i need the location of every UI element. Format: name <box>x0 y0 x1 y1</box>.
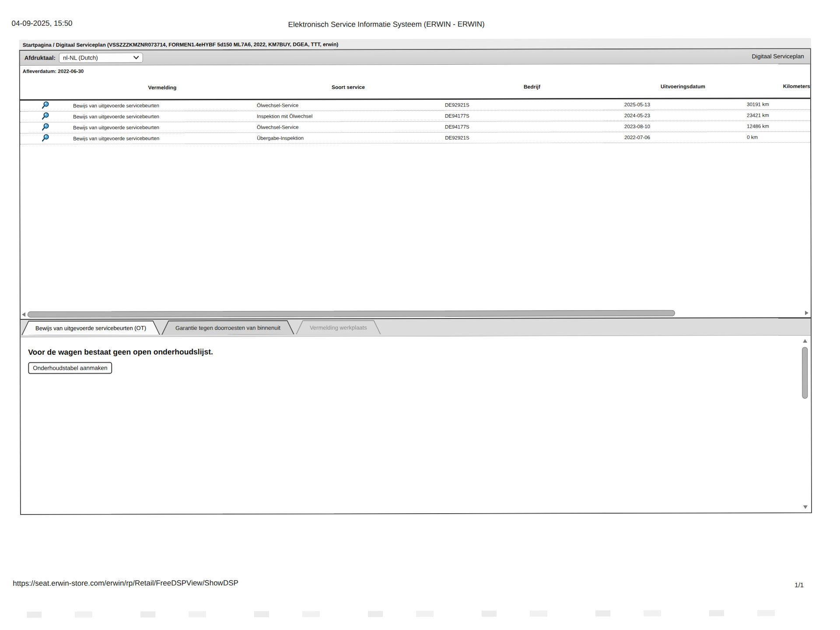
scroll-up-icon[interactable] <box>803 339 807 343</box>
tab-label: Garantie tegen doorroesten van binnenuit <box>162 321 294 335</box>
cell-bedrijf: DE94177S <box>442 113 622 119</box>
row-detail-button[interactable] <box>40 101 50 111</box>
print-language-select[interactable]: nl-NL (Dutch) <box>59 52 143 63</box>
print-language-value: nl-NL (Dutch) <box>63 54 133 61</box>
page-number: 1/1 <box>794 581 804 588</box>
cell-kilometerstand: 0 km <box>744 134 812 140</box>
cell-soort-service: Ölwechsel-Service <box>254 102 442 108</box>
no-open-maintenance-message: Voor de wagen bestaat geen open onderhou… <box>28 346 793 357</box>
cell-bedrijf: DE94177S <box>442 124 622 130</box>
column-header-bedrijf: Bedrijf <box>442 84 622 90</box>
tab-vermelding-werkplaats: Vermelding werkplaats <box>296 320 381 334</box>
column-header-kilometerstand: Kilometerstand <box>744 83 812 90</box>
cell-kilometerstand: 12486 km <box>744 123 812 129</box>
horizontal-scrollbar[interactable] <box>21 309 811 319</box>
delivery-date-row: Afleverdatum: 2022-06-30 <box>20 64 810 77</box>
cell-vermelding: Bewijs van uitgevoerde servicebeurten <box>70 103 254 108</box>
scroll-down-icon[interactable] <box>803 505 808 509</box>
print-timestamp: 04-09-2025, 15:50 <box>12 19 73 28</box>
tab-bewijs-servicebeurten[interactable]: Bewijs van uitgevoerde servicebeurten (O… <box>21 320 160 335</box>
table-row: Bewijs van uitgevoerde servicebeurten Öl… <box>20 121 812 133</box>
row-detail-button[interactable] <box>41 134 50 144</box>
delivery-date-label: Afleverdatum: 2022-06-30 <box>23 68 84 74</box>
printed-page: 04-09-2025, 15:50 Elektronisch Service I… <box>0 0 840 630</box>
vertical-scrollbar[interactable] <box>801 337 809 510</box>
horizontal-scrollbar-thumb[interactable] <box>28 310 675 318</box>
tab-garantie-doorroesten[interactable]: Garantie tegen doorroesten van binnenuit <box>161 320 294 335</box>
table-row: Bewijs van uitgevoerde servicebeurten Üb… <box>20 132 812 144</box>
table-empty-area <box>20 143 811 311</box>
serviceplan-panel: Afdruktaal: nl-NL (Dutch) Digitaal Servi… <box>19 48 812 515</box>
cell-vermelding: Bewijs van uitgevoerde servicebeurten <box>70 114 254 119</box>
cell-uitvoeringsdatum: 2025-05-13 <box>622 102 744 107</box>
scroll-right-icon[interactable] <box>805 311 808 315</box>
panel-title: Digitaal Serviceplan <box>752 53 805 60</box>
cell-kilometerstand: 30191 km <box>744 102 812 107</box>
breadcrumb-text: Startpagina / Digitaal Serviceplan (VSSZ… <box>23 41 339 48</box>
column-header-soort-service: Soort service <box>254 84 442 91</box>
magnifier-icon <box>41 101 49 111</box>
scan-artifact-strip <box>27 610 814 618</box>
magnifier-icon <box>41 123 49 133</box>
cell-kilometerstand: 23421 km <box>744 112 812 118</box>
cell-bedrijf: DE92921S <box>442 102 622 108</box>
table-header-row: Vermelding Soort service Bedrijf Uitvoer… <box>20 75 812 101</box>
cell-uitvoeringsdatum: 2022-07-06 <box>622 134 744 140</box>
tab-strip: Bewijs van uitgevoerde servicebeurten (O… <box>21 317 811 337</box>
print-footer-url: https://seat.erwin-store.com/erwin/rp/Re… <box>13 579 238 588</box>
cell-soort-service: Inspektion mit Ölwechsel <box>254 113 442 119</box>
cell-vermelding: Bewijs van uitgevoerde servicebeurten <box>70 125 254 130</box>
row-detail-button[interactable] <box>41 112 50 122</box>
print-language-label: Afdruktaal: <box>24 55 56 61</box>
toolbar: Afdruktaal: nl-NL (Dutch) Digitaal Servi… <box>20 49 810 66</box>
page-title: Elektronisch Service Informatie Systeem … <box>288 20 485 29</box>
cell-vermelding: Bewijs van uitgevoerde servicebeurten <box>70 136 254 141</box>
cell-bedrijf: DE92921S <box>442 135 622 140</box>
cell-soort-service: Übergabe-Inspektion <box>254 135 442 141</box>
magnifier-icon <box>41 112 49 122</box>
column-header-vermelding: Vermelding <box>70 84 254 91</box>
maintenance-pane: Voor de wagen bestaat geen open onderhou… <box>21 336 811 514</box>
scroll-left-icon[interactable] <box>22 312 25 317</box>
table-row: Bewijs van uitgevoerde servicebeurten In… <box>20 110 812 122</box>
create-maintenance-table-button[interactable]: Onderhoudstabel aanmaken <box>28 362 112 374</box>
row-detail-button[interactable] <box>41 123 50 133</box>
chevron-down-icon <box>133 54 139 61</box>
cell-uitvoeringsdatum: 2024-05-23 <box>622 112 744 118</box>
column-header-uitvoeringsdatum: Uitvoeringsdatum <box>622 83 744 90</box>
cell-uitvoeringsdatum: 2023-08-10 <box>622 123 744 129</box>
vertical-scrollbar-thumb[interactable] <box>802 347 808 399</box>
table-row: Bewijs van uitgevoerde servicebeurten Öl… <box>20 99 812 112</box>
cell-soort-service: Ölwechsel-Service <box>254 124 442 130</box>
magnifier-icon <box>41 134 49 144</box>
tab-label: Vermelding werkplaats <box>297 321 380 334</box>
tab-label: Bewijs van uitgevoerde servicebeurten (O… <box>22 321 159 335</box>
